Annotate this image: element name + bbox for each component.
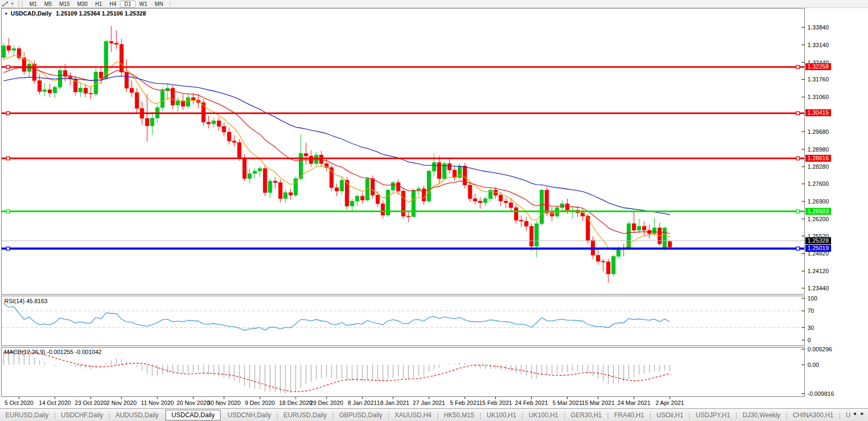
rsi-tick-label: 30 (807, 324, 814, 332)
chart-tab-uk100-h1[interactable]: UK100,H1 (523, 410, 563, 420)
tab-scroll-buttons: ◄ ► (850, 410, 866, 417)
chart-tab-uk100-h1[interactable]: UK100,H1 (481, 410, 522, 420)
line-price-tag: 1.26503 (805, 208, 831, 215)
timeframe-button-m30[interactable]: M30 (73, 1, 91, 7)
line-price-tag: 1.28616 (805, 155, 831, 162)
macd-indicator-pane[interactable] (1, 347, 805, 397)
date-tick-label: 15 Feb 2021 (479, 400, 512, 406)
timeframe-button-d1[interactable]: D1 (120, 1, 135, 7)
chart-tab-usdjpy-h1[interactable]: USDJPY,H1 (690, 410, 735, 420)
tool-dropdown-icon[interactable]: ▼ (11, 2, 14, 5)
chart-tab-usdcad-daily[interactable]: USDCAD,Daily (165, 410, 221, 420)
price-tick-label: 1.28280 (807, 163, 829, 170)
date-tick-label: 11 Nov 2020 (141, 400, 174, 406)
date-tick-label: 18 Jan 2021 (377, 400, 410, 406)
line-price-tag: 1.30415 (805, 109, 831, 116)
chart-tab-bar: EURUSD,Daily|USDCHF,Daily|AUDUSD,DailyUS… (0, 408, 868, 421)
date-tick-label: 23 Oct 2020 (75, 400, 107, 406)
chart-tab-usoil-h1[interactable]: USOil,H1 (651, 410, 689, 420)
macd-label: MACD(12,26,9) -0.001255 -0.001042 (4, 349, 102, 355)
toolbar-separator (170, 1, 170, 7)
timeframe-toolbar: ▼ M1M5M15M30H1H4D1W1MN (0, 0, 868, 8)
price-tick-label: 1.31760 (807, 76, 829, 83)
chart-tab-eurusd-daily[interactable]: EURUSD,Daily (0, 410, 54, 420)
date-tick-label: 2 Apr 2021 (655, 400, 684, 406)
timeframe-button-h4[interactable]: H4 (105, 1, 120, 7)
chart-tab-hk50-m15[interactable]: HK50,M15 (439, 410, 480, 420)
chart-tab-eurusd-daily[interactable]: EURUSD,Daily (278, 410, 332, 420)
date-tick-label: 24 Feb 2021 (515, 400, 548, 406)
timeframe-button-w1[interactable]: W1 (135, 1, 151, 7)
date-tick-label: 5 Mar 2021 (553, 400, 583, 406)
tab-scroll-right-icon[interactable]: ► (860, 411, 865, 416)
trendline-tool-icon[interactable] (2, 1, 9, 7)
price-tick-label: 1.33840 (807, 24, 829, 31)
line-price-tag: 1.25019 (805, 245, 831, 252)
tab-scroll-left-icon[interactable]: ◄ (852, 411, 857, 416)
date-tick-label: 8 Jan 2021 (348, 400, 376, 406)
price-tick-label: 1.24120 (807, 267, 829, 275)
price-tick-label: 1.26900 (807, 198, 829, 205)
price-tick-label: 1.28980 (807, 146, 829, 153)
symbol-dropdown-icon[interactable]: ▼ (4, 12, 8, 16)
date-tick-label: 27 Jan 2021 (413, 400, 446, 406)
chart-tab-dj30-weekly[interactable]: DJ30,Weekly (737, 410, 786, 420)
date-tick-label: 5 Oct 2020 (5, 400, 34, 406)
chart-tab-usdchf-daily[interactable]: USDCHF,Daily (56, 410, 109, 420)
date-tick-label: 20 Nov 2020 (177, 400, 210, 406)
price-tick-label: 1.33140 (807, 41, 829, 49)
price-tick-label: 1.26200 (807, 215, 829, 223)
rsi-tick-label: 70 (807, 307, 814, 314)
timeframe-button-m5[interactable]: M5 (41, 1, 56, 7)
date-tick-label: 15 Mar 2021 (582, 400, 615, 406)
date-tick-label: 18 Dec 2020 (279, 400, 312, 406)
chart-tab-ger30-h1[interactable]: GER30,H1 (565, 410, 607, 420)
date-tick-label: 30 Nov 2020 (207, 400, 240, 406)
price-tick-label: 1.23440 (807, 284, 829, 292)
timeframe-button-m15[interactable]: M15 (56, 1, 73, 7)
rsi-indicator-pane[interactable] (1, 296, 805, 346)
rsi-label: RSI(14) 45.8163 (4, 298, 48, 304)
timeframe-button-h1[interactable]: H1 (92, 1, 106, 7)
symbol-name: USDCAD,Daily (11, 10, 51, 17)
timeframe-button-m1[interactable]: M1 (26, 1, 41, 7)
price-chart-pane[interactable] (1, 8, 805, 295)
price-tick-label: 1.29680 (807, 128, 829, 136)
toolbar-grip (18, 1, 22, 6)
date-tick-label: 24 Mar 2021 (617, 400, 651, 406)
ohlc-values: 1.25109 1.25364 1.25106 1.25328 (56, 10, 146, 17)
timeframe-buttons: M1M5M15M30H1H4D1W1MN (26, 1, 167, 7)
chart-tab-fra40-h1[interactable]: FRA40,H1 (609, 410, 650, 420)
price-tick-label: 1.31060 (807, 93, 829, 101)
chart-tab-usdcnh-daily[interactable]: USDCNH,Daily (222, 410, 276, 420)
price-tick-label: 1.27600 (807, 180, 829, 187)
date-tick-label: 5 Feb 2021 (450, 400, 480, 406)
macd-tick-label: -0.009816 (807, 390, 834, 397)
date-tick-label: 29 Dec 2020 (310, 400, 343, 406)
rsi-tick-label: 0 (807, 336, 811, 344)
date-tick-label: 2 Nov 2020 (107, 400, 137, 406)
date-tick-label: 14 Oct 2020 (39, 400, 71, 406)
bid-price-tag: 1.25328 (805, 237, 831, 244)
macd-tick-label: 0.005296 (807, 345, 832, 353)
chart-tab-china300-h1[interactable]: CHINA300,H1 (787, 410, 839, 420)
macd-tick-label: 0.00 (807, 361, 819, 369)
chart-tab-gbpusd-daily[interactable]: GBPUSD,Daily (334, 410, 388, 420)
chart-tab-xauusd-h4[interactable]: XAUUSD,H4 (389, 410, 437, 420)
date-tick-label: 9 Dec 2020 (245, 400, 275, 406)
timeframe-button-mn[interactable]: MN (151, 1, 167, 7)
chart-tab-audusd-daily[interactable]: AUDUSD,Daily (110, 410, 164, 420)
chart-title: ▼ USDCAD,Daily 1.25109 1.25364 1.25106 1… (4, 10, 146, 17)
mt4-chart-window: ▼ M1M5M15M30H1H4D1W1MN ▼ USDCAD,Daily 1.… (0, 0, 868, 421)
line-price-tag: 1.32258 (805, 63, 831, 70)
rsi-tick-label: 100 (807, 295, 817, 302)
